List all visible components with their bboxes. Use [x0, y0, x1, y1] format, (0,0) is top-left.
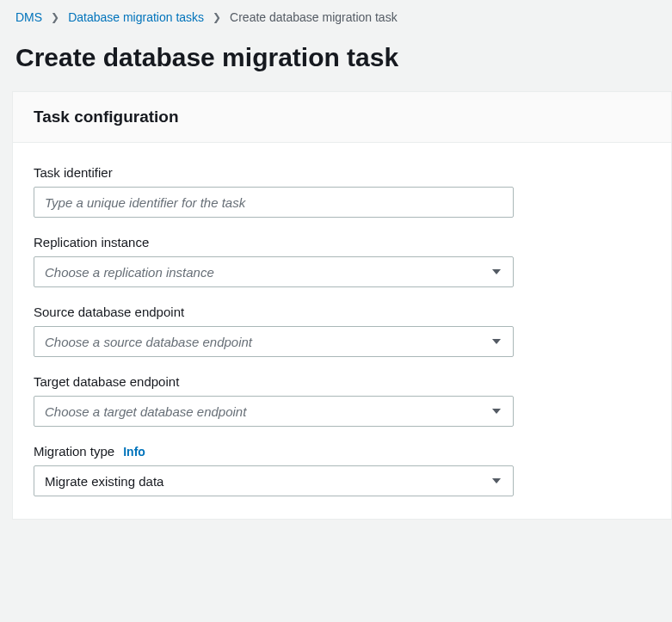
task-identifier-input[interactable] [34, 187, 514, 218]
breadcrumb: DMS ❯ Database migration tasks ❯ Create … [0, 0, 672, 28]
target-endpoint-placeholder: Choose a target database endpoint [45, 404, 246, 419]
replication-instance-label: Replication instance [34, 235, 650, 249]
migration-type-select[interactable]: Migrate existing data [34, 465, 514, 496]
task-configuration-panel: Task configuration Task identifier Repli… [12, 91, 672, 520]
target-endpoint-select[interactable]: Choose a target database endpoint [34, 396, 514, 427]
field-replication-instance: Replication instance Choose a replicatio… [34, 235, 650, 287]
migration-type-info-link[interactable]: Info [123, 445, 145, 459]
source-endpoint-label: Source database endpoint [34, 305, 650, 319]
page-title: Create database migration task [0, 28, 672, 91]
field-migration-type: Migration type Info Migrate existing dat… [34, 444, 650, 496]
chevron-down-icon [492, 478, 501, 483]
source-endpoint-select[interactable]: Choose a source database endpoint [34, 326, 514, 357]
chevron-right-icon: ❯ [213, 11, 221, 23]
field-source-endpoint: Source database endpoint Choose a source… [34, 305, 650, 357]
chevron-down-icon [492, 409, 501, 414]
task-identifier-label: Task identifier [34, 165, 650, 180]
breadcrumb-current: Create database migration task [230, 10, 398, 24]
panel-body: Task identifier Replication instance Cho… [13, 143, 671, 519]
chevron-down-icon [492, 339, 501, 344]
breadcrumb-link-dms[interactable]: DMS [15, 10, 42, 24]
source-endpoint-placeholder: Choose a source database endpoint [45, 335, 252, 349]
migration-type-value: Migrate existing data [45, 474, 163, 489]
replication-instance-placeholder: Choose a replication instance [45, 265, 214, 280]
target-endpoint-label: Target database endpoint [34, 374, 650, 389]
replication-instance-select[interactable]: Choose a replication instance [34, 256, 514, 287]
panel-title: Task configuration [13, 92, 671, 143]
chevron-right-icon: ❯ [51, 11, 59, 23]
chevron-down-icon [492, 269, 501, 274]
breadcrumb-link-tasks[interactable]: Database migration tasks [68, 10, 204, 24]
migration-type-label: Migration type [34, 444, 114, 459]
field-target-endpoint: Target database endpoint Choose a target… [34, 374, 650, 427]
field-task-identifier: Task identifier [34, 165, 650, 218]
